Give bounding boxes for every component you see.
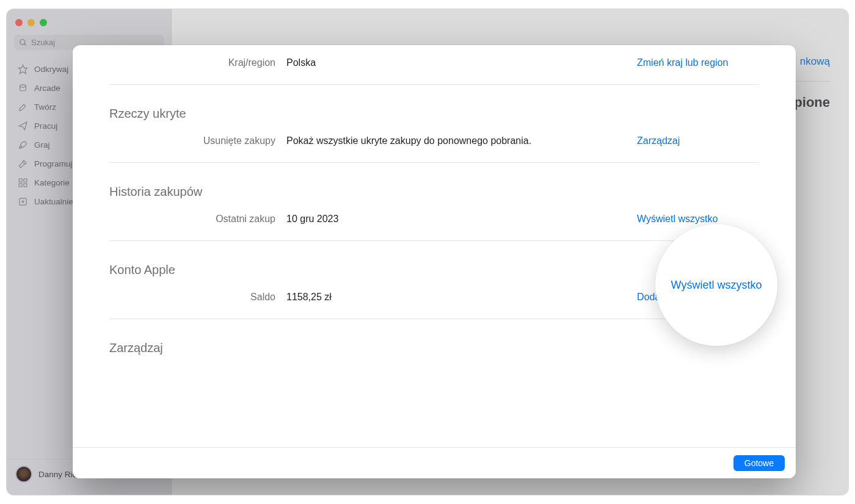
account-section-title: Konto Apple — [109, 247, 759, 282]
divider — [109, 319, 759, 319]
hidden-label: Usunięte zakupy — [109, 135, 286, 146]
country-row: Kraj/region Polska Zmień kraj lub region — [109, 45, 759, 78]
last-purchase-value: 10 gru 2023 — [286, 214, 637, 225]
view-all-link[interactable]: Wyświetl wszystko — [637, 214, 759, 225]
manage-section-title: Zarządzaj — [109, 325, 759, 360]
divider — [109, 240, 759, 241]
manage-hidden-link[interactable]: Zarządzaj — [637, 135, 759, 146]
hidden-section-title: Rzeczy ukryte — [109, 91, 759, 126]
country-label: Kraj/region — [109, 57, 286, 68]
balance-label: Saldo — [109, 292, 286, 303]
balance-value: 1158,25 zł — [286, 292, 637, 303]
sheet-footer: Gotowe — [73, 447, 796, 478]
add-funds-link[interactable]: Dodaj środki — [637, 292, 759, 303]
purchase-history-row: Ostatni zakup 10 gru 2023 Wyświetl wszys… — [109, 204, 759, 234]
account-settings-sheet: Kraj/region Polska Zmień kraj lub region… — [73, 45, 796, 478]
divider — [109, 84, 759, 85]
country-value: Polska — [286, 57, 637, 68]
app-window: Szukaj Odkrywaj Arcade Twórz Pracuj Graj — [6, 9, 849, 495]
change-country-link[interactable]: Zmień kraj lub region — [637, 57, 759, 68]
hidden-value: Pokaż wszystkie ukryte zakupy do ponowne… — [286, 135, 637, 146]
balance-row: Saldo 1158,25 zł Dodaj środki — [109, 282, 759, 312]
divider — [109, 162, 759, 163]
sheet-body: Kraj/region Polska Zmień kraj lub region… — [73, 45, 796, 447]
hidden-purchases-row: Usunięte zakupy Pokaż wszystkie ukryte z… — [109, 126, 759, 156]
done-button[interactable]: Gotowe — [733, 455, 785, 471]
history-section-title: Historia zakupów — [109, 169, 759, 204]
last-purchase-label: Ostatni zakup — [109, 214, 286, 225]
